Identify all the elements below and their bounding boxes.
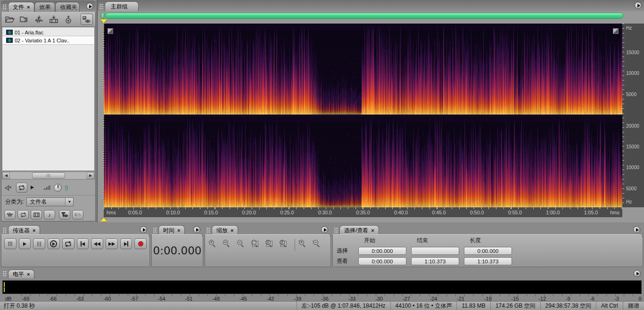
zoom-out-full-button[interactable]: −: [237, 240, 248, 250]
playhead-marker-top[interactable]: [100, 19, 107, 23]
mute-speaker-icon[interactable]: [5, 185, 13, 191]
panel-menu-button[interactable]: [86, 3, 93, 10]
spectrogram-canvas[interactable]: [104, 24, 622, 207]
zoom-to-selection-button[interactable]: [251, 240, 263, 250]
channel-grabber-icon[interactable]: [107, 28, 113, 34]
file-item-selected[interactable]: 02 - Variatio 1 A 1 Clav..: [2, 36, 94, 44]
volume-knob[interactable]: [54, 184, 62, 192]
level-meter[interactable]: [2, 280, 642, 294]
scrollbar-thumb[interactable]: [105, 13, 623, 19]
tab-main-group[interactable]: 主群组: [105, 1, 139, 11]
options-button[interactable]: [81, 14, 93, 25]
tab-effects[interactable]: 效果: [34, 2, 55, 12]
time-display[interactable]: 0:00.000: [152, 235, 203, 267]
tab-favorites[interactable]: 收藏夹: [55, 2, 80, 12]
panel-grip[interactable]: [3, 271, 7, 277]
close-icon[interactable]: ×: [27, 272, 30, 277]
panel-menu-button[interactable]: [321, 226, 328, 233]
playhead-marker-bottom[interactable]: [100, 218, 107, 221]
close-file-button[interactable]: [18, 14, 31, 25]
full-paths-button[interactable]: C:\: [72, 210, 83, 220]
go-to-start-button[interactable]: [77, 238, 89, 249]
tab-files[interactable]: 文件 ×: [8, 2, 34, 12]
status-cell[interactable]: 左:-105 dB @ 1:07.846, 18412Hz: [297, 302, 390, 310]
tab-time[interactable]: 时间 ×: [158, 225, 185, 235]
open-file-button[interactable]: [4, 14, 16, 25]
play-looped-button[interactable]: [62, 238, 74, 249]
sort-dropdown[interactable]: 文件名 ▼: [26, 197, 74, 206]
timeline-ruler[interactable]: hms 0:05.00:10.00:15.00:20.00:25.00:30.0…: [104, 207, 622, 217]
import-audio-button[interactable]: [33, 14, 45, 25]
zoom-out-vertical-button[interactable]: ↔−: [313, 240, 324, 250]
tab-time-label: 时间: [163, 227, 174, 235]
scrollbar-left-cap[interactable]: [101, 13, 104, 19]
record-button[interactable]: [134, 238, 147, 249]
panel-grip[interactable]: [3, 4, 7, 10]
panel-grip[interactable]: [99, 4, 104, 10]
file-item[interactable]: 01 - Aria.flac: [2, 28, 94, 36]
play-from-cursor-button[interactable]: [48, 238, 60, 249]
selection-length-field[interactable]: 0:00.000: [464, 247, 512, 255]
spectrogram-view[interactable]: [104, 24, 622, 207]
close-icon[interactable]: ×: [371, 228, 374, 233]
status-cell[interactable]: 频谱: [623, 302, 644, 310]
view-end-field[interactable]: 1:10.373: [411, 257, 459, 265]
view-start-field[interactable]: 0:00.000: [358, 257, 406, 265]
panel-menu-button[interactable]: [140, 226, 147, 233]
status-cell[interactable]: 294:38:57.38 空间: [540, 302, 596, 310]
scrollbar-thumb[interactable]: [32, 172, 65, 179]
close-icon[interactable]: ×: [33, 228, 35, 233]
status-cell[interactable]: 174.26 GB 空间: [490, 302, 540, 310]
zoom-selection-right-button[interactable]: ❘: [280, 240, 291, 250]
panel-menu-button[interactable]: [633, 226, 640, 233]
tab-zoom[interactable]: 缩放 ×: [212, 225, 238, 235]
zoom-selection-left-button[interactable]: ❘: [265, 240, 277, 250]
zoom-out-horizontal-button[interactable]: ↔−: [223, 240, 234, 250]
panel-menu-button[interactable]: [193, 226, 200, 233]
channel-grabber-icon[interactable]: [613, 28, 619, 34]
import-cd-button[interactable]: [62, 14, 74, 25]
panel-grip[interactable]: [3, 228, 7, 234]
status-cell[interactable]: 11.83 MB: [456, 302, 490, 310]
panel-grip[interactable]: [153, 228, 157, 234]
filter-view-button[interactable]: [59, 210, 70, 220]
show-video-files-button[interactable]: [31, 210, 42, 220]
panel-grip[interactable]: [334, 228, 339, 234]
play-button[interactable]: [19, 238, 31, 249]
pause-button[interactable]: [33, 238, 45, 249]
tab-transport[interactable]: 传送器 ×: [8, 225, 40, 235]
horizontal-range-scrollbar[interactable]: [101, 13, 623, 19]
zoom-in-vertical-button[interactable]: ↔+: [299, 240, 310, 250]
close-icon[interactable]: ×: [177, 228, 180, 233]
volume-bars-icon[interactable]: [44, 185, 50, 190]
view-length-field[interactable]: 1:10.373: [464, 257, 512, 265]
import-video-button[interactable]: [48, 14, 60, 25]
status-cell[interactable]: 44100 • 16 位 • 立体声: [390, 302, 457, 310]
volume-value[interactable]: 0: [65, 185, 68, 191]
close-icon[interactable]: ×: [27, 5, 30, 10]
show-loop-files-button[interactable]: [17, 210, 29, 220]
fast-forward-button[interactable]: [106, 238, 118, 249]
close-icon[interactable]: ×: [231, 228, 233, 233]
preview-loop-button[interactable]: [16, 183, 27, 193]
tab-selection-view[interactable]: 选择/查看 ×: [339, 225, 379, 235]
panel-menu-button[interactable]: [635, 2, 642, 9]
rewind-button[interactable]: [91, 238, 103, 249]
zoom-in-horizontal-button[interactable]: ↔+: [209, 240, 220, 250]
panel-grip[interactable]: [206, 228, 211, 234]
files-horizontal-scrollbar[interactable]: ◀ ▶: [2, 171, 95, 179]
tab-levels[interactable]: 电平 ×: [8, 269, 34, 278]
preview-play-button[interactable]: [31, 186, 34, 189]
selection-end-field[interactable]: [411, 247, 459, 255]
scroll-left-icon[interactable]: ◀: [2, 172, 10, 179]
frequency-ruler[interactable]: Hz 15000 10000 5000 20000 15000 10000 50…: [622, 24, 644, 207]
status-cell[interactable]: Alt Ctrl: [596, 302, 623, 310]
chevron-down-icon[interactable]: ▼: [65, 198, 73, 206]
stop-button[interactable]: [4, 238, 17, 249]
show-audio-files-button[interactable]: [4, 210, 16, 220]
panel-menu-button[interactable]: [634, 270, 641, 277]
show-midi-files-button[interactable]: ♪: [44, 210, 55, 220]
scroll-right-icon[interactable]: ▶: [87, 172, 94, 179]
selection-start-field[interactable]: 0:00.000: [358, 247, 406, 255]
go-to-end-button[interactable]: [120, 238, 132, 249]
